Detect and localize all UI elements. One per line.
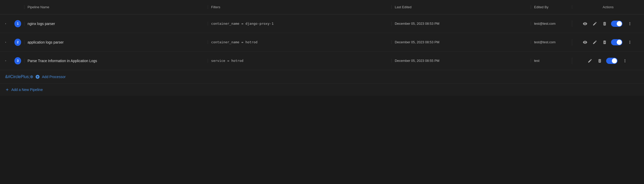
last-edited-cell: December 05, 2023 08:53 PM bbox=[391, 40, 531, 44]
last-edited-text: December 05, 2023 08:53 PM bbox=[395, 40, 439, 44]
filter-cell: container_name = hotrod bbox=[208, 40, 391, 44]
row-number-cell: 1 bbox=[11, 20, 24, 27]
pipeline-name-text: application logs parser bbox=[28, 40, 64, 44]
delete-button[interactable] bbox=[601, 39, 608, 46]
expand-button[interactable] bbox=[3, 40, 8, 45]
edit-button[interactable] bbox=[591, 39, 598, 46]
view-button[interactable] bbox=[582, 39, 588, 46]
add-pipeline-row[interactable]: Add a New Pipeline bbox=[0, 83, 644, 96]
expand-cell bbox=[0, 58, 11, 63]
more-options-button[interactable] bbox=[621, 57, 629, 64]
edited-by-cell: test@test.com bbox=[531, 22, 572, 26]
last-edited-text: December 05, 2023 08:55 PM bbox=[395, 59, 439, 63]
delete-button[interactable] bbox=[601, 20, 608, 27]
collapse-button[interactable] bbox=[3, 58, 8, 63]
table-footer: &#CirclePlus;⊕ Add Processor Add a New P… bbox=[0, 70, 644, 96]
edited-by-text: test@test.com bbox=[534, 40, 555, 44]
edit-button[interactable] bbox=[587, 57, 593, 64]
edit-button[interactable] bbox=[591, 20, 598, 27]
expand-button[interactable] bbox=[3, 21, 8, 26]
pipeline-table: Pipeline Name Filters Last Edited Edited… bbox=[0, 0, 644, 96]
pipeline-name-cell: Parse Trace Information in Application L… bbox=[24, 59, 208, 63]
add-processor-label: Add Processor bbox=[42, 75, 66, 79]
edited-by-cell: test bbox=[531, 59, 572, 63]
pipeline-name-cell: nginx logs parser bbox=[24, 22, 208, 26]
expand-cell bbox=[0, 21, 11, 26]
edited-by-text: test bbox=[534, 59, 539, 63]
toggle-switch[interactable] bbox=[606, 58, 617, 64]
last-edited-cell: December 05, 2023 08:53 PM bbox=[391, 22, 531, 26]
more-options-button[interactable] bbox=[625, 39, 634, 46]
row-number-cell: 3 bbox=[11, 57, 24, 64]
row-number-cell: 2 bbox=[11, 39, 24, 46]
row-number-badge: 3 bbox=[14, 57, 21, 64]
pipeline-name-text: Parse Trace Information in Application L… bbox=[28, 59, 97, 63]
table-body: 1nginx logs parsercontainer_name = djang… bbox=[0, 14, 644, 70]
header-actions: Actions bbox=[572, 5, 644, 9]
add-processor-circle-icon bbox=[35, 74, 40, 79]
edited-by-cell: test@test.com bbox=[531, 40, 572, 44]
add-processor-icon: &#CirclePlus;⊕ bbox=[5, 74, 33, 79]
row-number-badge: 1 bbox=[14, 20, 21, 27]
filter-cell: container_name = django-proxy-1 bbox=[208, 22, 391, 26]
expand-cell bbox=[0, 40, 11, 45]
more-options-button[interactable] bbox=[625, 20, 634, 27]
filter-text: container_name = hotrod bbox=[211, 40, 257, 44]
table-row: 1nginx logs parsercontainer_name = djang… bbox=[0, 14, 644, 33]
edited-by-text: test@test.com bbox=[534, 22, 555, 26]
header-last-edited: Last Edited bbox=[391, 5, 531, 9]
toggle-switch[interactable] bbox=[611, 21, 622, 27]
header-pipeline-name: Pipeline Name bbox=[24, 5, 208, 9]
actions-cell bbox=[572, 57, 644, 64]
header-filters: Filters bbox=[208, 5, 391, 9]
add-pipeline-icon bbox=[5, 88, 9, 92]
table-header: Pipeline Name Filters Last Edited Edited… bbox=[0, 0, 644, 14]
toggle-switch[interactable] bbox=[611, 39, 622, 45]
table-row: 3Parse Trace Information in Application … bbox=[0, 52, 644, 70]
last-edited-cell: December 05, 2023 08:55 PM bbox=[391, 59, 531, 63]
actions-cell bbox=[572, 20, 644, 27]
table-row: 2application logs parsercontainer_name =… bbox=[0, 33, 644, 52]
filter-text: container_name = django-proxy-1 bbox=[211, 22, 274, 26]
delete-button[interactable] bbox=[596, 57, 603, 64]
add-processor-row[interactable]: &#CirclePlus;⊕ Add Processor bbox=[0, 70, 644, 83]
filter-cell: service = hotrod bbox=[208, 59, 391, 63]
header-edited-by: Edited By bbox=[531, 5, 572, 9]
row-number-badge: 2 bbox=[14, 39, 21, 46]
view-button[interactable] bbox=[582, 20, 588, 27]
actions-cell bbox=[572, 39, 644, 46]
pipeline-name-cell: application logs parser bbox=[24, 40, 208, 44]
filter-text: service = hotrod bbox=[211, 59, 243, 63]
last-edited-text: December 05, 2023 08:53 PM bbox=[395, 22, 439, 26]
pipeline-name-text: nginx logs parser bbox=[28, 22, 55, 26]
add-pipeline-label: Add a New Pipeline bbox=[11, 88, 43, 92]
